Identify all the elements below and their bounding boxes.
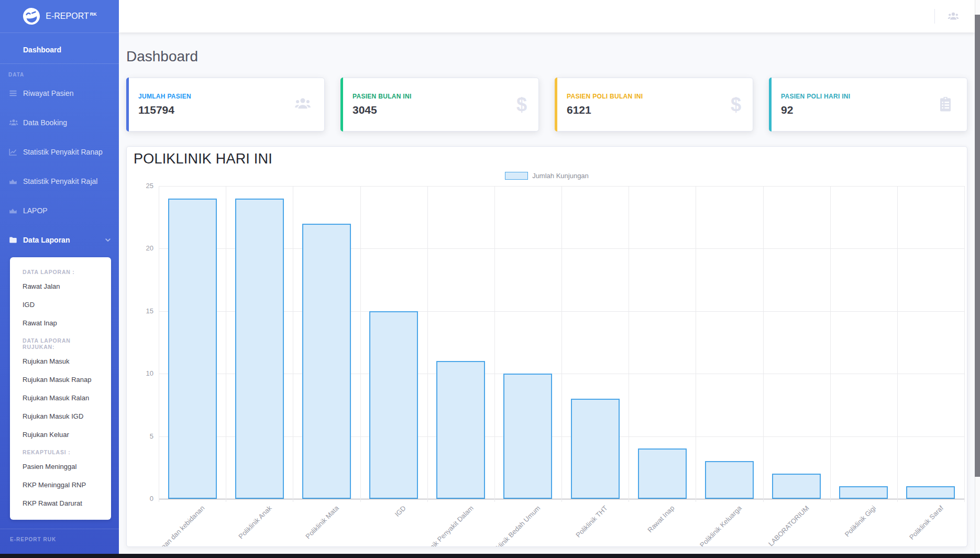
sidebar-item-dashboard[interactable]: Dashboard [0,36,119,63]
smiley-logo-icon [20,5,43,28]
sidebar-item-riwayat-pasien[interactable]: Riwayat Pasien [0,79,119,108]
sidebar-item-label: Statistik Penyakit Rajal [23,177,97,185]
submenu-item-rkp-meninggal-rnp[interactable]: RKP Meninggal RNP [10,476,111,494]
submenu-item-rujukan-masuk-ranap[interactable]: Rujukan Masuk Ranap [10,370,111,389]
sidebar-footer-heading: E-REPORT RUK [0,529,119,542]
submenu-section-heading: REKAPTULASI : [10,444,111,457]
x-axis-tick-label: Poliklinik Keluarga [698,504,743,547]
stat-card-value: 6121 [567,104,718,116]
stat-card-label: PASIEN POLI BULAN INI [567,93,718,100]
stat-card-pasien-bulan-ini: PASIEN BULAN INI3045$ [340,78,539,132]
users-icon [946,10,960,22]
sidebar-item-statistik-penyakit-ranap[interactable]: Statistik Penyakit Ranap [0,137,119,167]
chart-card: POLIKLINIK HARI INI Jumlah Kunjungan 051… [126,146,967,547]
stat-card-pasien-poli-bulan-ini: PASIEN POLI BULAN INI6121$ [555,78,753,132]
sidebar-item-statistik-penyakit-rajal[interactable]: Statistik Penyakit Rajal [0,167,119,196]
bar-igd[interactable] [369,311,418,499]
sidebar-item-label: Riwayat Pasien [23,89,74,97]
bar-rawat-inap[interactable] [638,448,687,499]
v-gridline [293,186,293,502]
stat-card-value: 115794 [138,104,290,116]
submenu-item-rujukan-masuk-igd[interactable]: Rujukan Masuk IGD [10,407,111,425]
sidebar-divider [0,32,119,33]
tachometer-icon [8,45,18,54]
submenu-item-rujukan-masuk-ralan[interactable]: Rujukan Masuk Ralan [10,389,111,407]
sidebar-item-lapop[interactable]: LAPOP [0,196,119,225]
x-axis-tick-label: Poliklinik Penyakit Dalam [415,504,475,547]
bar-poliklinik-gigi[interactable] [839,486,888,499]
v-gridline [360,186,361,502]
bar-poliklinik-saraf[interactable] [906,486,955,499]
submenu-item-rujukan-masuk[interactable]: Rujukan Masuk [10,352,111,370]
x-axis-tick-label: Poliklinik Bedah Umum [487,504,542,547]
user-menu-button[interactable] [942,6,964,27]
x-axis-tick-label: Rawat Inap [646,504,676,534]
submenu-item-igd[interactable]: IGD [10,296,111,314]
x-axis-tick-label: IGD [393,504,408,518]
bar-poliklinik-bedah-umum[interactable] [503,374,552,499]
x-axis-tick-label: Poliklinik Saraf [908,504,945,541]
v-gridline [897,186,898,502]
topbar-divider [934,9,935,24]
dollar-icon: $ [504,95,527,114]
v-gridline [629,186,629,502]
submenu-item-rawat-inap[interactable]: Rawat Inap [10,314,111,332]
x-axis-tick-label: Poliklinik Gigi [843,504,877,538]
submenu-item-rawat-jalan[interactable]: Rawat Jalan [10,277,111,296]
list-icon [8,89,18,98]
y-axis-tick-label: 0 [133,495,153,502]
chart-legend[interactable]: Jumlah Kunjungan [127,172,967,180]
window-bottom-edge [0,554,980,558]
stat-card-info: JUMLAH PASIEN115794 [138,93,290,116]
x-axis-tick-label: Poliklinik Mata [304,504,340,540]
brand-superscript: RK [90,12,97,17]
vertical-scrollbar-thumb[interactable] [975,15,980,477]
bar-poliklinik-anak[interactable] [235,199,284,499]
v-gridline [159,186,159,502]
vertical-scrollbar-track[interactable] [975,0,980,558]
sidebar: E-REPORTRK Dashboard DATA Riwayat Pasien… [0,0,119,558]
sidebar-item-label: LAPOP [23,206,48,215]
submenu-section-heading: DATA LAPORAN : [10,264,111,277]
bar-poliklinik-mata[interactable] [302,224,351,499]
sidebar-item-label: Statistik Penyakit Ranap [23,148,103,156]
sidebar-item-label: Data Laporan [23,236,70,244]
x-axis-tick-label: Poliklinik THT [574,504,609,539]
v-gridline [427,186,428,502]
bar-poliklinik-keluarga[interactable] [705,461,754,499]
sidebar-item-data-laporan[interactable]: Data Laporan [0,225,119,255]
submenu-item-rkp-rawat-darurat[interactable]: RKP Rawat Darurat [10,494,111,512]
stat-card-info: PASIEN BULAN INI3045 [353,93,504,116]
chart-line-icon [8,147,18,157]
sidebar-item-data-booking[interactable]: Data Booking [0,108,119,137]
v-gridline [561,186,562,502]
x-axis-tick-label: LABORATORIUM [767,504,810,547]
y-axis-tick-label: 10 [133,369,153,377]
stat-card-label: PASIEN POLI HARI INI [781,93,932,100]
legend-label: Jumlah Kunjungan [532,172,589,180]
stat-card-value: 3045 [353,104,504,116]
submenu-item-rujukan-keluar[interactable]: Rujukan Keluar [10,425,111,444]
sidebar-section-heading: DATA [0,64,119,79]
chart-area-icon [8,177,18,186]
brand[interactable]: E-REPORTRK [0,0,119,32]
sidebar-submenu-panel: DATA LAPORAN :Rawat JalanIGDRawat InapDA… [10,257,111,520]
users-icon [290,95,313,114]
y-axis-tick-label: 25 [133,182,153,190]
submenu-item-pasien-meninggal[interactable]: Pasien Meninggal [10,457,111,476]
bar-poliklinik-penyakit-dalam[interactable] [436,361,485,499]
clipboard-icon [932,95,955,114]
bar-poliklinik-tht[interactable] [571,399,620,499]
dollar-icon: $ [718,95,741,114]
sidebar-item-label: Data Booking [23,118,67,127]
bar-ngan-dan-kebidanan[interactable] [168,199,217,499]
bar-laboratorium[interactable] [772,474,821,499]
users-icon [8,118,18,127]
chevron-down-icon [104,236,112,244]
y-axis-tick-label: 20 [133,244,153,252]
sidebar-item-label: Dashboard [23,46,61,54]
y-axis-tick-label: 15 [133,307,153,315]
stat-card-info: PASIEN POLI HARI INI92 [781,93,932,116]
stat-card-label: JUMLAH PASIEN [138,93,290,100]
v-gridline [763,186,764,502]
